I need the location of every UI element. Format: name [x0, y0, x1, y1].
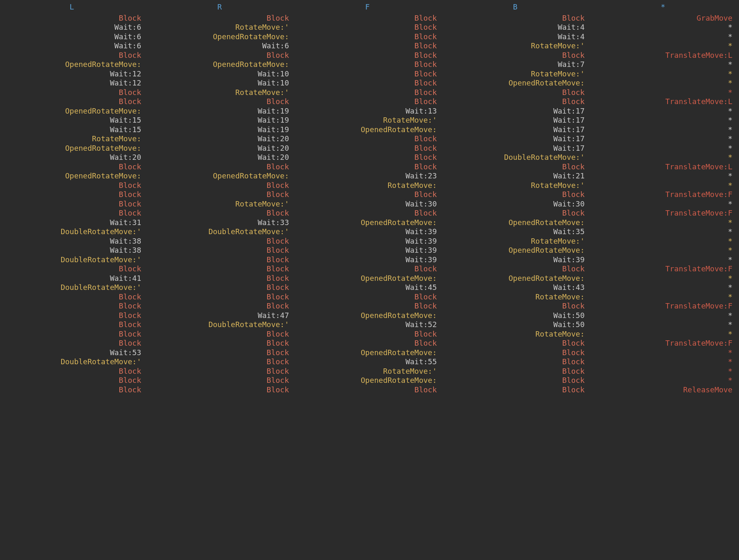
cell: Wait:55 — [296, 357, 439, 367]
cell: RotateMove:' — [148, 88, 291, 97]
cell: OpenedRotateMove: — [296, 376, 439, 385]
cell: Block — [148, 301, 291, 311]
cell: Block — [148, 246, 291, 255]
cell: Block — [296, 14, 439, 23]
cell: TranslateMove:L — [591, 51, 735, 60]
cell: Block — [443, 190, 587, 199]
cell: OpenedRotateMove: — [0, 107, 144, 116]
cell: Wait:31 — [0, 218, 144, 228]
cell: * — [591, 125, 735, 135]
cell: Wait:10 — [148, 78, 291, 88]
cell: Block — [296, 209, 439, 218]
cell: TranslateMove:F — [591, 264, 735, 274]
cell: OpenedRotateMove: — [296, 274, 439, 283]
cell: * — [591, 376, 735, 385]
cell: Block — [296, 292, 439, 302]
cell: OpenedRotateMove: — [148, 171, 291, 181]
cell: Block — [443, 88, 587, 97]
cell: Wait:20 — [148, 153, 291, 162]
cell: Wait:6 — [0, 32, 144, 42]
column-header: * — [591, 0, 735, 14]
cell: Block — [148, 357, 291, 367]
cell: RotateMove: — [443, 292, 587, 302]
cell: Block — [148, 274, 291, 283]
cell: Block — [296, 162, 439, 172]
column-header: R — [148, 0, 291, 14]
cell: * — [591, 41, 735, 51]
cell: RotateMove:' — [148, 199, 291, 209]
cell: Wait:6 — [0, 41, 144, 51]
cell: Block — [296, 264, 439, 274]
cell: Wait:20 — [148, 144, 291, 153]
cell: OpenedRotateMove: — [443, 274, 587, 283]
cell: Block — [0, 264, 144, 274]
cell: Block — [296, 88, 439, 97]
cell: Block — [296, 385, 439, 395]
cell: RotateMove:' — [296, 116, 439, 125]
cell: * — [591, 134, 735, 144]
cell: Wait:12 — [0, 69, 144, 79]
column-R: RBlockRotateMove:'OpenedRotateMove:Wait:… — [148, 0, 296, 394]
cell: Wait:20 — [0, 153, 144, 162]
cell: Block — [296, 339, 439, 348]
cell: Wait:35 — [443, 227, 587, 237]
cell: OpenedRotateMove: — [296, 218, 439, 228]
cell: Wait:21 — [443, 171, 587, 181]
cell: * — [591, 144, 735, 153]
cell: * — [591, 199, 735, 209]
cell: Block — [148, 14, 291, 23]
cell: Block — [443, 339, 587, 348]
cell: OpenedRotateMove: — [296, 125, 439, 135]
cell: OpenedRotateMove: — [296, 348, 439, 358]
cell: Wait:19 — [148, 107, 291, 116]
cell: Block — [443, 264, 587, 274]
cell: OpenedRotateMove: — [0, 171, 144, 181]
cell: Block — [443, 385, 587, 395]
cell: Block — [0, 162, 144, 172]
cell: * — [591, 69, 735, 79]
cell: Block — [148, 209, 291, 218]
cell: OpenedRotateMove: — [443, 246, 587, 255]
cell: Wait:6 — [148, 41, 291, 51]
cell: Block — [0, 181, 144, 190]
cell: Wait:15 — [0, 125, 144, 135]
cell: Wait:17 — [443, 125, 587, 135]
cell: TranslateMove:F — [591, 209, 735, 218]
cell: * — [591, 255, 735, 265]
cell: Wait:33 — [148, 218, 291, 228]
cell: * — [591, 153, 735, 162]
cell: Wait:10 — [148, 69, 291, 79]
cell: Wait:6 — [0, 23, 144, 32]
cell: TranslateMove:F — [591, 301, 735, 311]
cell: Block — [148, 162, 291, 172]
cell: Block — [443, 301, 587, 311]
cell: RotateMove: — [443, 330, 587, 339]
cell: Wait:15 — [0, 116, 144, 125]
cell: Wait:47 — [148, 311, 291, 320]
cell: Wait:39 — [296, 246, 439, 255]
cell: * — [591, 330, 735, 339]
cell: Block — [148, 190, 291, 199]
cell: RotateMove:' — [148, 23, 291, 32]
cell: * — [591, 227, 735, 237]
cell: DoubleRotateMove:' — [0, 357, 144, 367]
cell: Wait:52 — [296, 320, 439, 330]
cell: Block — [0, 367, 144, 376]
cell: DoubleRotateMove:' — [0, 283, 144, 292]
cell: Wait:39 — [296, 255, 439, 265]
cell: Block — [443, 209, 587, 218]
column-header: L — [0, 0, 144, 14]
cell: * — [591, 88, 735, 97]
cell: TranslateMove:F — [591, 190, 735, 199]
cell: GrabMove — [591, 14, 735, 23]
column-F: FBlockBlockBlockBlockBlockBlockBlockBloc… — [296, 0, 443, 394]
cell: Block — [443, 162, 587, 172]
cell: Block — [148, 330, 291, 339]
cell: DoubleRotateMove:' — [443, 153, 587, 162]
cell: Wait:43 — [443, 283, 587, 292]
cell: * — [591, 283, 735, 292]
cell: * — [591, 171, 735, 181]
cell: OpenedRotateMove: — [443, 78, 587, 88]
cell: Block — [148, 237, 291, 246]
cell: Wait:41 — [0, 274, 144, 283]
